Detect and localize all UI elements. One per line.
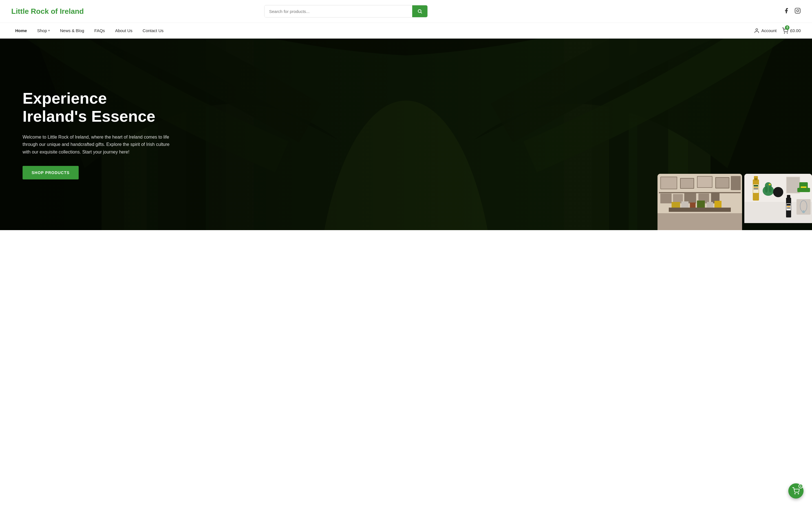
hero-product-images [658,174,812,230]
svg-rect-2 [795,8,800,13]
shop-interior-svg [658,174,742,230]
svg-rect-59 [754,188,758,189]
svg-rect-71 [786,204,791,206]
svg-rect-37 [731,176,741,190]
svg-rect-72 [787,206,790,207]
svg-rect-34 [698,177,712,187]
instagram-icon[interactable] [795,8,801,15]
svg-point-64 [769,186,772,193]
navbar: Home Shop ▾ News & Blog FAQs About Us Co… [0,23,812,39]
hero-section: Experience Ireland's Essence Welcome to … [0,39,812,230]
svg-rect-38 [659,192,741,193]
cart-button[interactable]: 0 £0.00 [782,27,801,34]
account-label: Account [761,28,776,33]
nav-item-faqs[interactable]: FAQs [91,24,109,38]
cart-price: £0.00 [790,28,801,33]
shop-chevron-icon: ▾ [48,29,50,33]
svg-rect-49 [707,202,713,208]
cart-badge: 0 [785,25,790,30]
svg-rect-69 [787,195,790,199]
svg-point-6 [784,33,785,33]
nav-item-about-us[interactable]: About Us [111,24,137,38]
bottles-image [744,174,812,223]
svg-rect-46 [681,202,689,208]
svg-rect-32 [680,179,694,188]
shop-products-button[interactable]: SHOP PRODUCTS [22,166,79,179]
svg-rect-28 [658,213,742,230]
nav-right: Account 0 £0.00 [754,27,801,34]
svg-point-5 [756,29,758,31]
svg-rect-36 [716,178,729,188]
svg-point-7 [787,33,788,33]
hero-content: Experience Ireland's Essence Welcome to … [0,89,197,179]
svg-rect-45 [672,202,680,208]
svg-rect-48 [697,201,705,208]
nav-item-news-blog[interactable]: News & Blog [56,24,88,38]
svg-rect-30 [661,177,677,189]
svg-rect-73 [787,208,790,209]
search-button[interactable] [412,5,427,17]
svg-rect-44 [669,208,731,212]
svg-rect-57 [754,185,758,186]
svg-rect-39 [660,193,672,203]
nav-item-contact-us[interactable]: Contact Us [139,24,167,38]
nav-item-shop[interactable]: Shop ▾ [33,24,54,38]
bottles-svg [744,174,812,223]
site-logo[interactable]: Little Rock of Ireland [11,7,84,16]
social-icons [783,8,801,15]
facebook-icon[interactable] [783,8,790,15]
svg-point-3 [797,10,799,11]
svg-point-65 [773,187,783,197]
hero-title: Experience Ireland's Essence [22,89,175,126]
svg-point-79 [802,210,805,213]
svg-rect-50 [714,201,721,208]
svg-rect-58 [754,187,758,188]
hero-description: Welcome to Little Rock of Ireland, where… [22,133,175,156]
svg-point-63 [765,186,768,193]
svg-rect-76 [801,186,806,188]
shop-interior-image [658,174,742,230]
svg-point-62 [769,184,771,185]
search-bar [264,5,428,17]
svg-line-1 [421,12,422,13]
search-input[interactable] [264,6,412,17]
svg-rect-47 [690,203,696,208]
site-header: Little Rock of Ireland [0,0,812,23]
svg-point-4 [799,9,799,10]
user-icon [754,28,760,34]
svg-rect-75 [799,182,808,189]
search-icon [417,9,422,14]
nav-left: Home Shop ▾ News & Blog FAQs About Us Co… [11,24,754,38]
svg-rect-55 [755,178,757,180]
account-button[interactable]: Account [754,28,776,34]
nav-item-home[interactable]: Home [11,24,31,38]
